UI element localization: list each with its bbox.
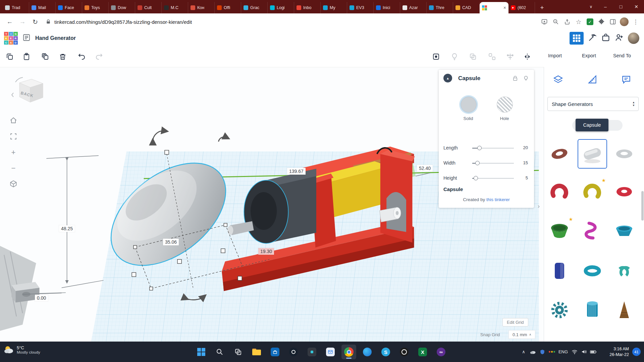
lock-shape-icon[interactable]	[511, 74, 519, 82]
shape-category-dropdown[interactable]: Shape Generators ▲▼	[547, 97, 639, 111]
mirror-icon[interactable]	[522, 51, 533, 62]
shape-torus[interactable]	[609, 139, 639, 169]
tab-search-chevron-icon[interactable]: ∨	[584, 4, 598, 9]
maximize-button[interactable]: □	[613, 0, 629, 13]
browser-tab[interactable]: Mail	[29, 2, 56, 13]
redo-icon[interactable]	[93, 51, 105, 62]
visual-studio-icon[interactable]: ∞	[434, 345, 448, 359]
show-all-icon[interactable]	[430, 51, 442, 62]
notes-tool-icon[interactable]	[619, 72, 634, 87]
group-icon[interactable]	[467, 51, 479, 62]
browser-tab[interactable]: Inici	[374, 2, 400, 13]
height-slider-knob[interactable]	[474, 176, 478, 180]
tinkerer-link[interactable]: this tinkerer	[486, 197, 510, 202]
bookmark-star-icon[interactable]: ☆	[573, 16, 584, 27]
browser-tab-active-tinkercad[interactable]: ×	[480, 2, 508, 13]
search-icon[interactable]	[212, 345, 227, 359]
shape-curved-tube-2[interactable]: ★	[578, 177, 607, 206]
ruler-tool-icon[interactable]	[585, 72, 600, 87]
lightbulb-icon[interactable]	[449, 51, 460, 62]
align-icon[interactable]	[504, 51, 516, 62]
collections-bag-icon[interactable]	[601, 33, 610, 44]
dim-label-width[interactable]: 35.06	[163, 239, 179, 245]
export-button[interactable]: Export	[582, 53, 596, 58]
browser-tab[interactable]: Grac	[241, 2, 268, 13]
skype-icon[interactable]: S	[378, 345, 393, 359]
wifi-icon[interactable]	[570, 342, 579, 362]
security-shield-icon[interactable]	[538, 342, 547, 362]
shape-donut[interactable]	[609, 177, 639, 206]
microsoft-store-icon[interactable]	[268, 345, 282, 359]
color-dots-icon[interactable]	[547, 342, 556, 362]
browser-menu-kebab-icon[interactable]: ⋮	[630, 16, 641, 27]
home-view-icon[interactable]	[7, 114, 20, 127]
star-icon[interactable]: ★	[601, 178, 606, 183]
tinkercad-logo[interactable]: TIN KER CAD	[4, 32, 18, 45]
omnibox[interactable]: tinkercad.com/things/dD9q2857Jfa-sizzlin…	[42, 15, 539, 28]
ungroup-icon[interactable]	[486, 51, 498, 62]
file-explorer-icon[interactable]	[249, 345, 264, 359]
new-tab-button[interactable]: +	[537, 3, 547, 13]
dim-label-offset[interactable]: 19.30	[258, 248, 274, 255]
browser-tab[interactable]: CAD	[453, 2, 480, 13]
reload-icon[interactable]: ↻	[29, 15, 42, 28]
browser-tab[interactable]: Toys	[82, 2, 109, 13]
length-slider-knob[interactable]	[477, 146, 482, 150]
browser-tab[interactable]: Thre	[427, 2, 453, 13]
paste-icon[interactable]	[21, 51, 32, 62]
mail-icon[interactable]	[323, 345, 338, 359]
undo-icon[interactable]	[76, 51, 88, 62]
browser-tab-youtube[interactable]: ▶ (602	[508, 2, 535, 13]
width-slider[interactable]	[472, 163, 514, 164]
shape-curved-tube[interactable]	[545, 177, 574, 206]
shape-capsule-selected[interactable]	[578, 139, 607, 169]
browser-tab[interactable]: Face	[56, 2, 82, 13]
browser-tab[interactable]: EV3	[347, 2, 374, 13]
language-indicator[interactable]: ENG	[556, 342, 570, 362]
shape-faceted-bowl[interactable]	[609, 216, 639, 245]
chrome-icon[interactable]	[341, 345, 356, 359]
minimize-button[interactable]: –	[598, 0, 613, 13]
browser-tab[interactable]: Offi	[215, 2, 241, 13]
dim-label-height[interactable]: 48.25	[59, 225, 75, 232]
browser-tab[interactable]: Cult	[135, 2, 162, 13]
notification-count-badge[interactable]: 41	[632, 348, 641, 356]
shape-spike[interactable]	[609, 295, 639, 325]
fit-view-icon[interactable]	[7, 130, 20, 143]
zoom-icon[interactable]	[550, 16, 561, 27]
panel-collapse-handle[interactable]: ›	[535, 199, 542, 214]
steam-icon[interactable]	[286, 345, 301, 359]
width-slider-knob[interactable]	[475, 161, 480, 165]
send-to-button[interactable]: Send To	[613, 53, 631, 58]
solid-option[interactable]	[461, 97, 477, 113]
browser-tab[interactable]: Trad	[3, 2, 29, 13]
shape-helix[interactable]	[578, 216, 607, 245]
browser-tab[interactable]: M.C	[162, 2, 188, 13]
browser-tab[interactable]: Inbo	[294, 2, 321, 13]
perspective-toggle-icon[interactable]	[7, 177, 20, 191]
workplane-tool-icon[interactable]	[550, 72, 566, 87]
onedrive-cloud-icon[interactable]	[528, 342, 538, 362]
shape-gear[interactable]	[545, 295, 574, 325]
side-panel-icon[interactable]	[607, 16, 619, 27]
install-app-icon[interactable]	[539, 16, 550, 27]
view-cube[interactable]: BACK	[11, 75, 48, 108]
close-button[interactable]: ✕	[629, 0, 644, 13]
zoom-out-icon[interactable]: −	[7, 162, 20, 175]
dim-label-right[interactable]: 52.40	[417, 165, 433, 172]
obs-icon[interactable]	[397, 345, 412, 359]
invite-person-icon[interactable]	[614, 33, 624, 44]
snap-grid-select[interactable]: 0.1 mm∧	[508, 330, 535, 339]
dashboard-grid-button[interactable]	[570, 32, 584, 45]
sidebar-scrollbar[interactable]	[641, 191, 644, 221]
back-icon[interactable]: ←	[3, 15, 16, 28]
inspector-collapse-icon[interactable]: ▲	[443, 74, 452, 82]
delete-icon[interactable]	[57, 51, 68, 62]
shape-ring[interactable]	[578, 256, 607, 286]
extensions-puzzle-icon[interactable]	[596, 16, 607, 27]
start-button[interactable]	[194, 345, 209, 359]
dim-label-zero[interactable]: 0.00	[35, 295, 48, 301]
hide-shape-bulb-icon[interactable]	[522, 74, 530, 82]
share-icon[interactable]	[561, 16, 573, 27]
design-properties-icon[interactable]	[22, 34, 31, 43]
